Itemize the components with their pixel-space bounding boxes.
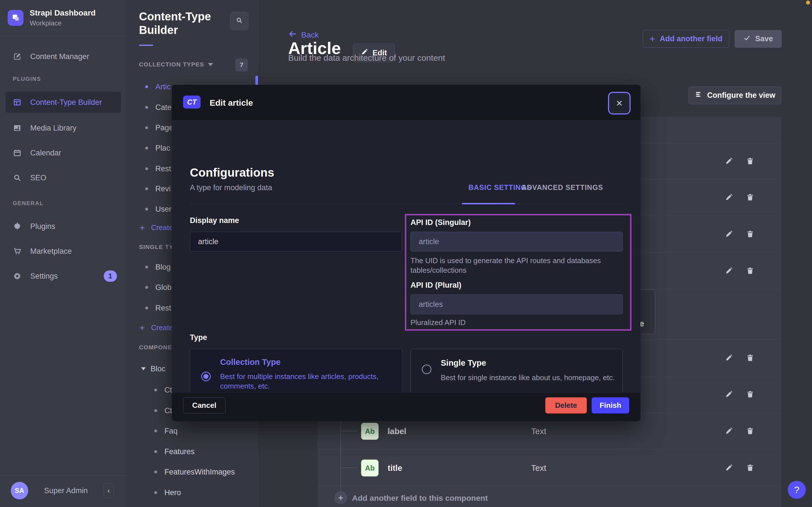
display-name-label: Display name bbox=[190, 216, 239, 225]
sidebar-item-label: Plugins bbox=[30, 222, 55, 231]
sidebar-item-label: Content-Type Builder bbox=[30, 98, 102, 107]
trash-icon[interactable] bbox=[746, 353, 754, 362]
pencil-icon[interactable] bbox=[725, 463, 733, 472]
collapse-sidebar-button[interactable]: ‹ bbox=[104, 483, 114, 498]
tabs-divider bbox=[190, 204, 622, 204]
nav-item[interactable]: Page bbox=[145, 123, 173, 133]
nav-item[interactable]: Rest bbox=[145, 303, 171, 313]
field-name: label bbox=[388, 427, 406, 436]
plus-icon: + bbox=[139, 324, 145, 332]
create-single-type-link[interactable]: +Create bbox=[139, 323, 173, 332]
sidebar-item-media-library[interactable]: Media Library bbox=[0, 118, 126, 138]
pencil-icon[interactable] bbox=[725, 230, 733, 238]
add-another-field-button[interactable]: + Add another field bbox=[643, 30, 729, 48]
api-id-plural-hint: Pluralized API ID bbox=[411, 318, 465, 327]
pencil-icon[interactable] bbox=[725, 353, 733, 362]
sidebar-item-content-manager[interactable]: Content Manager bbox=[0, 46, 126, 67]
sidebar-section-general: GENERAL bbox=[13, 200, 44, 207]
pencil-icon[interactable] bbox=[725, 157, 733, 165]
delete-button[interactable]: Delete bbox=[545, 397, 587, 413]
sidebar-item-plugins[interactable]: Plugins bbox=[0, 216, 126, 236]
settings-badge: 1 bbox=[104, 271, 117, 282]
group-header-components[interactable]: COMPONE bbox=[139, 344, 172, 351]
trash-icon[interactable] bbox=[746, 390, 754, 398]
nav-item[interactable]: User bbox=[145, 204, 172, 214]
group-header-collection-types[interactable]: COLLECTION TYPES bbox=[139, 61, 213, 68]
cancel-button[interactable]: Cancel bbox=[183, 397, 226, 413]
sidebar-item-label: Marketplace bbox=[30, 247, 72, 256]
field-type: Text bbox=[531, 427, 546, 436]
puzzle-icon bbox=[13, 222, 22, 231]
search-icon bbox=[13, 173, 22, 182]
add-field-row-label[interactable]: Add another field to this component bbox=[352, 494, 488, 503]
trash-icon[interactable] bbox=[746, 267, 754, 275]
pencil-icon[interactable] bbox=[725, 193, 733, 202]
finish-button[interactable]: Finish bbox=[591, 397, 629, 413]
modal-title: Edit article bbox=[210, 85, 253, 121]
nav-item[interactable]: Glob bbox=[145, 282, 172, 292]
radio-unselected-icon[interactable] bbox=[422, 364, 431, 374]
strapi-logo-icon bbox=[8, 10, 23, 26]
active-tab-underline bbox=[462, 203, 515, 204]
sidebar-item-seo[interactable]: SEO bbox=[0, 168, 126, 188]
nav-item[interactable]: Hero bbox=[154, 488, 181, 498]
pencil-icon[interactable] bbox=[725, 267, 733, 275]
nav-item[interactable]: Blog bbox=[145, 262, 171, 272]
trash-icon[interactable] bbox=[746, 427, 754, 435]
sidebar-item-calendar[interactable]: Calendar bbox=[0, 143, 126, 163]
strapi-dashboard-screen: Strapi Dashboard Workplace Content Manag… bbox=[0, 0, 812, 507]
sidebar-item-settings[interactable]: Settings 1 bbox=[0, 266, 126, 286]
tree-connector bbox=[341, 431, 357, 431]
nav-item[interactable]: Cate bbox=[145, 102, 172, 112]
close-button[interactable]: ✕ bbox=[610, 94, 629, 112]
add-field-plus-button[interactable]: + bbox=[334, 491, 347, 504]
sidebar-divider bbox=[0, 36, 126, 37]
configure-view-button[interactable]: Configure the view bbox=[689, 87, 782, 104]
tab-advanced-settings[interactable]: ADVANCED SETTINGS bbox=[521, 183, 603, 191]
user-row: SA Super Admin ‹ bbox=[11, 482, 114, 499]
radio-selected-icon[interactable] bbox=[201, 372, 211, 381]
create-collection-type-link[interactable]: +Create bbox=[139, 223, 173, 232]
save-button[interactable]: Save bbox=[735, 30, 782, 48]
nav-item[interactable]: Rest bbox=[145, 164, 171, 174]
modal-footer: Cancel Delete Finish bbox=[172, 392, 640, 421]
nav-item[interactable]: Ct bbox=[154, 405, 172, 416]
nav-item[interactable]: Faq bbox=[154, 426, 178, 436]
nav-item-article[interactable]: Artic bbox=[145, 82, 171, 92]
api-id-singular-input[interactable] bbox=[411, 232, 623, 251]
calendar-icon bbox=[13, 148, 22, 157]
pencil-icon[interactable] bbox=[725, 427, 733, 435]
api-id-plural-input[interactable] bbox=[411, 294, 623, 314]
nav-item[interactable]: FeaturesWithImages bbox=[154, 467, 235, 477]
nav-item[interactable]: Features bbox=[154, 447, 195, 457]
trash-icon[interactable] bbox=[746, 230, 754, 238]
help-button[interactable]: ? bbox=[788, 481, 806, 499]
search-button[interactable] bbox=[230, 12, 248, 30]
sidebar-item-marketplace[interactable]: Marketplace bbox=[0, 241, 126, 262]
plus-icon: + bbox=[649, 33, 655, 44]
check-icon bbox=[743, 34, 751, 44]
row-divider bbox=[318, 486, 782, 486]
content-manager-icon bbox=[13, 52, 22, 61]
nav-item-category-blocks[interactable]: Bloc bbox=[142, 364, 166, 374]
close-icon: ✕ bbox=[616, 98, 623, 108]
nav-item[interactable]: Revi bbox=[145, 184, 171, 194]
sidebar-item-content-type-builder[interactable]: Content-Type Builder bbox=[6, 92, 121, 113]
field-name: title bbox=[388, 463, 402, 473]
group-header-single-types[interactable]: SINGLE TY bbox=[139, 244, 174, 250]
modal-body: Configurations A type for modeling data … bbox=[172, 121, 640, 392]
nav-item[interactable]: Ct bbox=[154, 385, 172, 395]
sidebar-item-label: SEO bbox=[30, 173, 46, 182]
display-name-input[interactable] bbox=[190, 232, 402, 251]
trash-icon[interactable] bbox=[746, 193, 754, 202]
main-sidebar: Strapi Dashboard Workplace Content Manag… bbox=[0, 0, 126, 507]
trash-icon[interactable] bbox=[746, 463, 754, 472]
chevron-expanded-icon bbox=[141, 368, 146, 371]
nav-item[interactable]: Plac bbox=[145, 143, 170, 153]
trash-icon[interactable] bbox=[746, 157, 754, 165]
brand[interactable]: Strapi Dashboard Workplace bbox=[8, 8, 96, 27]
filter-lines-icon bbox=[695, 91, 703, 100]
avatar[interactable]: SA bbox=[11, 482, 28, 499]
section-subtitle: A type for modeling data bbox=[190, 183, 272, 192]
pencil-icon[interactable] bbox=[725, 390, 733, 398]
